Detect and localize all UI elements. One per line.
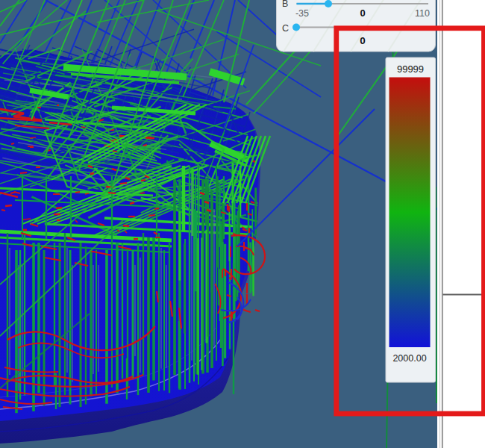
svg-text:0: 0: [360, 35, 366, 46]
svg-text:C: C: [282, 23, 289, 34]
svg-text:110: 110: [415, 8, 430, 19]
svg-text:2000.00: 2000.00: [392, 353, 426, 364]
svg-text:B: B: [282, 0, 288, 9]
svg-text:99999: 99999: [397, 63, 424, 75]
svg-text:-35: -35: [295, 8, 309, 19]
svg-text:0: 0: [360, 7, 365, 19]
